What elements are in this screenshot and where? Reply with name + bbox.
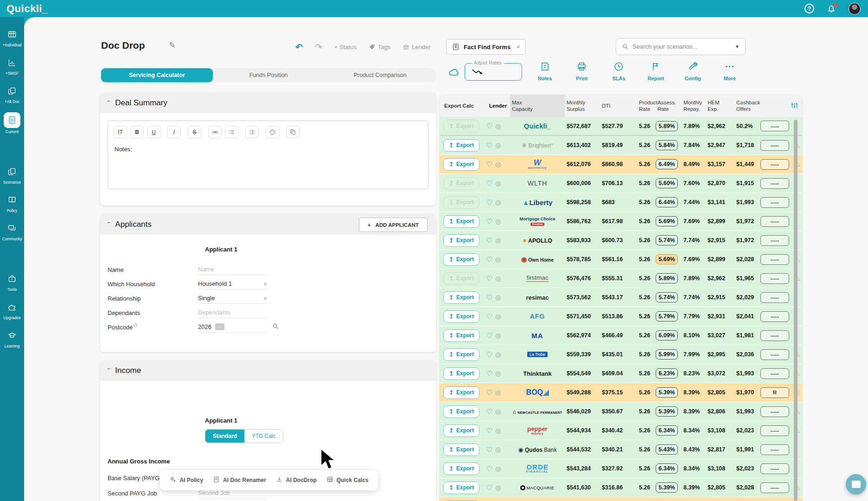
add-applicant-button[interactable]: + ADD APPLICANT (359, 218, 428, 232)
quick-calcs-button[interactable]: Quick Calcs (326, 476, 369, 484)
cashback-offers-button[interactable]: ----- (760, 368, 789, 379)
visibility-eye-icon[interactable]: ◎ (495, 141, 501, 149)
export-button[interactable]: ↥Export (443, 139, 479, 152)
cashback-offers-button[interactable]: ----- (760, 121, 789, 131)
cashback-offers-button[interactable]: ----- (760, 482, 789, 493)
tab-servicing-calculator[interactable]: Servicing Calculator (101, 68, 213, 82)
redo-icon[interactable]: ↷ (315, 42, 322, 52)
favorite-heart-icon[interactable]: ♡ (486, 217, 492, 226)
tags-button[interactable]: Tags (369, 44, 390, 51)
cashback-offers-button[interactable]: ----- (760, 140, 789, 151)
cashback-offers-button[interactable]: ----- (760, 311, 789, 322)
visibility-eye-icon[interactable]: ◎ (495, 484, 501, 491)
column-header[interactable]: Monthly Repay. (682, 99, 706, 113)
add-status-button[interactable]: + Status (334, 44, 357, 51)
favorite-heart-icon[interactable]: ♡ (486, 236, 492, 245)
config-button[interactable]: Config (677, 61, 708, 81)
sidebar-item-tools[interactable]: Tools (0, 272, 24, 292)
column-settings-icon[interactable] (791, 102, 798, 111)
visibility-eye-icon[interactable]: ◎ (495, 237, 501, 244)
favorite-heart-icon[interactable]: ♡ (486, 122, 492, 130)
favorite-heart-icon[interactable]: ♡ (486, 445, 492, 454)
export-button[interactable]: ↥Export (443, 120, 479, 132)
print-button[interactable]: Print (567, 61, 597, 81)
notes-text[interactable]: Notes; (108, 138, 428, 160)
export-button[interactable]: ↥Export (443, 215, 479, 228)
tab-product-comparison[interactable]: Product Comparison (324, 68, 436, 82)
postcode-input[interactable]: 2026⋯ (198, 321, 268, 333)
standard-toggle[interactable]: Standard (205, 430, 244, 443)
visibility-eye-icon[interactable]: ◎ (495, 389, 501, 396)
deal-summary-header[interactable]: ˆ Deal Summary (100, 93, 436, 113)
visibility-eye-icon[interactable]: ◎ (495, 427, 501, 434)
export-button[interactable]: ↥Export (443, 367, 479, 380)
sidebar-item--individual[interactable]: +Individual (0, 27, 24, 47)
ytd-calc-toggle[interactable]: YTD Calc (244, 430, 283, 443)
export-button[interactable]: ↥Export (443, 291, 479, 304)
cashback-offers-button[interactable]: ----- (760, 197, 789, 208)
cashback-offers-button[interactable]: ----- (760, 444, 789, 455)
more-button[interactable]: More (715, 61, 745, 81)
undo-icon[interactable]: ↶ (295, 42, 303, 52)
favorite-heart-icon[interactable]: ♡ (486, 312, 492, 321)
sidebar-item-learning[interactable]: Learning (0, 328, 24, 348)
export-button[interactable]: ↥Export (443, 272, 479, 285)
cashback-offers-button[interactable]: ----- (760, 463, 789, 474)
visibility-eye-icon[interactable]: ◎ (495, 199, 501, 206)
ordered-list-icon[interactable] (225, 126, 238, 138)
sidebar-item-upgrades[interactable]: Upgrades (0, 300, 24, 320)
favorite-heart-icon[interactable]: ♡ (486, 255, 492, 264)
fact-find-forms-button[interactable]: Fact Find Forms ˅ (446, 39, 526, 55)
export-button[interactable]: ↥Export (443, 329, 479, 342)
export-button[interactable]: ↥Export (443, 443, 479, 456)
visibility-eye-icon[interactable]: ◎ (495, 294, 501, 301)
visibility-eye-icon[interactable]: ◎ (495, 256, 501, 263)
household-select[interactable]: Household 1˅ (198, 278, 268, 289)
export-button[interactable]: ↥Export (443, 424, 479, 437)
strikethrough-icon[interactable]: S (188, 126, 201, 138)
sidebar-item-scenarios[interactable]: Scenarios (0, 165, 24, 185)
dependants-input[interactable]: Dependants (198, 307, 268, 318)
palette-icon[interactable] (266, 126, 279, 138)
favorite-heart-icon[interactable]: ♡ (486, 407, 492, 416)
sidebar-item--smsf[interactable]: +SMSF (0, 56, 24, 76)
notes-editor[interactable]: tTBUIS Notes; (108, 121, 428, 189)
visibility-eye-icon[interactable]: ◎ (495, 122, 501, 130)
tab-funds-position[interactable]: Funds Position (213, 68, 325, 82)
favorite-heart-icon[interactable]: ♡ (486, 274, 492, 283)
postcode-options-icon[interactable]: ⋯ (215, 323, 224, 330)
lender-button[interactable]: Lender (402, 44, 430, 51)
name-input[interactable]: Name (198, 264, 268, 275)
bold-icon[interactable]: B (130, 126, 144, 138)
export-button[interactable]: ↥Export (443, 462, 479, 475)
favorite-heart-icon[interactable]: ♡ (486, 350, 492, 359)
column-header[interactable]: Monthly Surplus (565, 99, 600, 113)
column-header[interactable]: Cashback Offers (734, 99, 760, 113)
chat-support-button[interactable] (846, 474, 866, 495)
copy-icon[interactable] (286, 126, 300, 138)
favorite-heart-icon[interactable]: ♡ (486, 160, 492, 169)
favorite-heart-icon[interactable]: ♡ (486, 483, 492, 492)
export-button[interactable]: ↥Export (443, 348, 479, 361)
column-header[interactable]: HEM Exp. (706, 99, 734, 113)
ai-doc-renamer-button[interactable]: AI Doc Renamer (213, 476, 266, 484)
applicants-header[interactable]: ˆ Applicants + ADD APPLICANT (100, 214, 436, 235)
user-avatar[interactable] (849, 3, 861, 15)
column-header[interactable]: DTI (600, 103, 637, 109)
visibility-eye-icon[interactable]: ◎ (495, 161, 501, 168)
cashback-offers-button[interactable]: ----- (760, 406, 789, 417)
favorite-heart-icon[interactable]: ♡ (486, 198, 492, 207)
income-header[interactable]: ˆ Income (100, 360, 436, 381)
export-button[interactable]: ↥Export (443, 158, 479, 171)
link-icon[interactable] (208, 126, 222, 138)
export-button[interactable]: ↥Export (443, 177, 479, 190)
notifications-bell-icon[interactable] (826, 4, 836, 14)
export-button[interactable]: ↥Export (443, 482, 479, 494)
cashback-offers-button[interactable]: ----- (760, 349, 789, 360)
scenario-search-input[interactable]: Search your scenarios... ▼ (616, 38, 746, 55)
cashback-offers-button[interactable]: ----- (760, 292, 789, 303)
favorite-heart-icon[interactable]: ♡ (486, 369, 492, 378)
favorite-heart-icon[interactable]: ♡ (486, 426, 492, 435)
visibility-eye-icon[interactable]: ◎ (495, 332, 501, 339)
edit-title-icon[interactable]: ✎ (169, 40, 176, 51)
